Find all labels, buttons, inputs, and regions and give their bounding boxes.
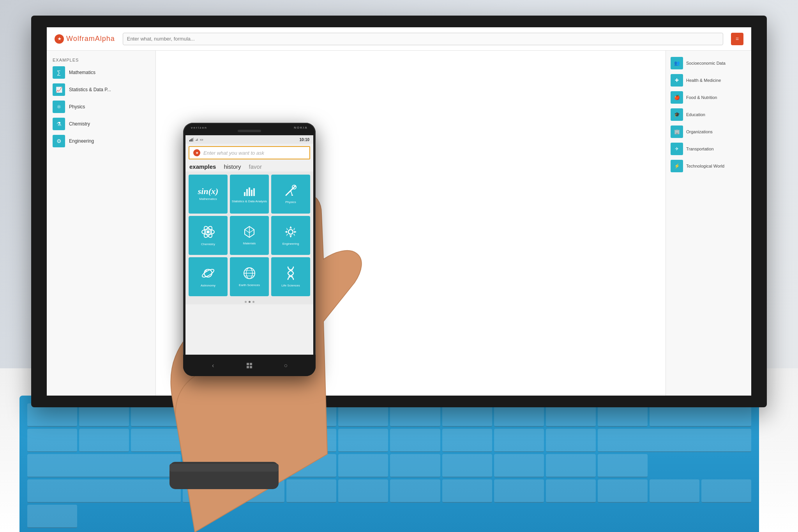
tile-astronomy[interactable]: Astronomy [189,257,228,296]
key[interactable] [650,479,699,503]
phone-search-bar[interactable]: ★ Enter what you want to ask [189,146,310,159]
earth-sciences-globe-icon [243,267,256,282]
right-item-socioeconomic[interactable]: 👥 Socioeconomic Data [666,55,751,72]
tile-physics[interactable]: Physics [271,175,310,214]
phone-brand-bar: verizon NOKIA [183,126,316,129]
right-item-transportation[interactable]: ✈ Transportation [666,140,751,157]
right-health-label: Health & Medicine [686,78,721,83]
tab-history[interactable]: history [224,163,241,171]
svg-rect-8 [251,190,252,196]
page-dot-1 [245,301,247,303]
chemistry-atom-icon [201,225,215,241]
svg-point-23 [288,230,293,234]
phone-screen: ⊿ ▭ 10:10 ★ Enter what you want to ask e… [185,135,313,355]
tile-statistics[interactable]: Statistics & Data Analysis [230,175,269,214]
tile-life-sciences[interactable]: Life Sciences [271,257,310,296]
phone: verizon NOKIA ⊿ ▭ [183,123,316,376]
key[interactable] [701,479,751,503]
key[interactable] [27,429,77,452]
key[interactable] [598,479,648,503]
tile-earth-sciences[interactable]: Earth Sciences [230,257,269,296]
key[interactable] [598,454,648,477]
sidebar-physics-label: Physics [69,104,85,110]
key[interactable] [442,429,492,452]
wa-logo: ★ WolframAlpha [55,34,115,44]
health-icon: ✚ [671,74,683,87]
stats-icon: 📈 [53,83,65,96]
socioeconomic-icon: 👥 [671,57,683,69]
signal-bars [189,138,194,141]
tech-icon: ⚡ [671,160,683,172]
organizations-icon: 🏢 [671,125,683,138]
astronomy-planet-icon [201,266,215,282]
tile-chemistry-label: Chemistry [201,242,215,246]
svg-point-14 [207,230,210,233]
key[interactable] [79,429,129,452]
chemistry-icon: ⚗ [53,118,65,130]
right-item-health[interactable]: ✚ Health & Medicine [666,72,751,89]
right-food-label: Food & Nutrition [686,95,717,100]
svg-line-12 [291,191,292,195]
key[interactable] [546,479,596,503]
stats-chart-icon [243,185,256,198]
key-enter[interactable] [598,429,751,452]
wa-header: ★ WolframAlpha = [47,27,751,51]
tile-earth-sciences-label: Earth Sciences [239,283,260,287]
sidebar-item-math[interactable]: ∑ Mathematics [47,64,155,81]
right-item-education[interactable]: 🎓 Education [666,106,751,123]
key[interactable] [546,429,596,452]
tile-engineering-label: Engineering [282,242,299,246]
status-left: ⊿ ▭ [189,138,203,141]
key[interactable] [442,454,492,477]
transportation-icon: ✈ [671,143,683,155]
key[interactable] [494,454,544,477]
phone-search-button[interactable]: ○ [281,361,290,370]
phone-back-button[interactable]: ‹ [208,361,218,370]
wa-search-input[interactable] [123,33,723,45]
math-icon: ∑ [53,66,65,79]
phone-earpiece [238,130,261,132]
sidebar-item-stats[interactable]: 📈 Statistics & Data P... [47,81,155,98]
svg-rect-5 [244,192,245,196]
right-item-food[interactable]: 🍎 Food & Nutrition [666,89,751,106]
right-tech-label: Technological World [686,164,724,168]
phone-brand-nokia: NOKIA [294,126,308,129]
status-bar: ⊿ ▭ 10:10 [185,135,313,144]
key[interactable] [546,454,596,477]
svg-line-19 [245,230,249,233]
tile-statistics-label: Statistics & Data Analysis [232,200,267,203]
tile-engineering[interactable]: Engineering [271,216,310,255]
key[interactable] [494,429,544,452]
tile-materials[interactable]: Materials [230,216,269,255]
wa-section-title: EXAMPLES [47,55,155,64]
tile-chemistry[interactable]: Chemistry [189,216,228,255]
wa-logo-text: WolframAlpha [66,35,115,43]
category-grid: sin(x) Mathematics [185,171,313,299]
signal-bar-2 [191,139,191,141]
sidebar-stats-label: Statistics & Data P... [69,87,111,92]
svg-rect-9 [253,188,255,196]
physics-icon: ⚛ [53,101,65,113]
tab-examples[interactable]: examples [189,163,216,171]
right-socioeconomic-label: Socioeconomic Data [686,61,726,65]
life-sciences-dna-icon [285,266,297,282]
scene: ★ WolframAlpha = EXAMPLES ∑ Mathematics [0,0,798,532]
wa-search-button[interactable]: = [731,33,743,45]
sidebar-engineering-label: Engineering [69,138,94,144]
key[interactable] [494,479,544,503]
sidebar-math-label: Mathematics [69,70,95,75]
tab-favorites[interactable]: favor [249,163,262,171]
tile-physics-label: Physics [285,200,296,204]
wa-right-sidebar: 👥 Socioeconomic Data ✚ Health & Medicine… [666,51,751,396]
key[interactable] [442,479,492,503]
sidebar-chemistry-label: Chemistry [69,121,90,127]
battery-icon: ▭ [200,138,203,141]
key[interactable] [27,505,77,528]
page-dot-3 [252,301,254,303]
svg-rect-4 [169,464,279,472]
phone-windows-button[interactable] [245,361,254,370]
tile-mathematics[interactable]: sin(x) Mathematics [189,175,228,214]
right-item-organizations[interactable]: 🏢 Organizations [666,123,751,140]
right-item-tech[interactable]: ⚡ Technological World [666,157,751,175]
svg-rect-35 [250,363,252,365]
